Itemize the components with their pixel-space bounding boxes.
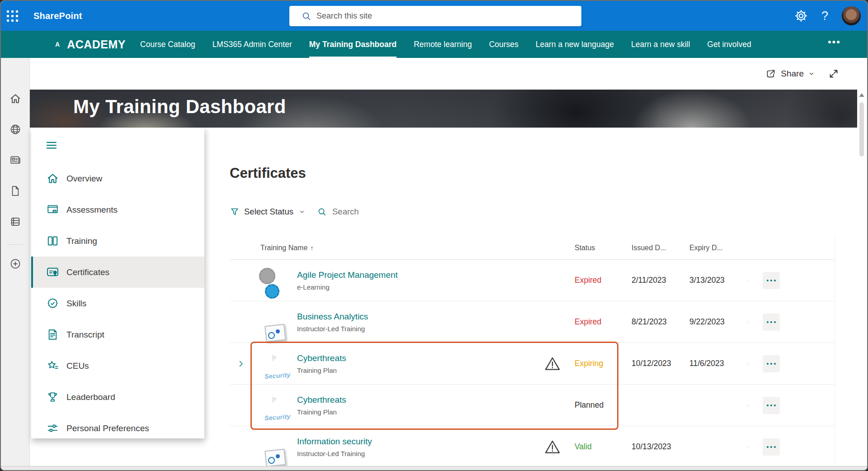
leaderboard-icon — [46, 390, 59, 404]
app-rail — [1, 58, 30, 470]
expand-row-chevron-icon[interactable] — [236, 359, 245, 368]
suite-bar-actions: ? — [794, 1, 861, 31]
sidebar-item-ceus[interactable]: CEUs — [31, 350, 204, 381]
nav-item-learn-a-new-skill[interactable]: Learn a new skill — [631, 31, 690, 58]
site-title[interactable]: ACADEMY — [67, 38, 126, 51]
sidebar-item-label: Training — [66, 236, 97, 246]
sidebar-item-label: Certificates — [66, 267, 109, 277]
settings-gear-icon[interactable] — [794, 9, 808, 23]
sidebar-item-label: Personal Preferences — [66, 423, 149, 433]
row-more-actions-button[interactable] — [763, 272, 780, 289]
training-name-link[interactable]: Business Analytics — [297, 312, 539, 322]
sidebar-item-leaderboard[interactable]: Leaderboard — [31, 381, 204, 413]
sort-ascending-icon: ↑ — [310, 244, 314, 252]
app-launcher-button[interactable] — [1, 1, 24, 31]
filter-funnel-icon — [230, 207, 240, 217]
sidebar-item-skills[interactable]: Skills — [31, 288, 204, 319]
training-name-link[interactable]: Cyberthreats — [297, 395, 539, 405]
nav-item-learn-a-new-language[interactable]: Learn a new language — [536, 31, 614, 58]
nav-overflow-button[interactable]: ••• — [828, 42, 841, 47]
status-label: Valid — [561, 442, 632, 452]
nav-item-my-training-dashboard[interactable]: My Training Dashboard — [309, 31, 397, 58]
issued-date: 2/11/2023 — [632, 276, 689, 285]
training-name-link[interactable]: Agile Project Management — [297, 270, 539, 280]
sidebar-item-assessments[interactable]: Assessments — [31, 194, 204, 225]
table-search-placeholder: Search — [332, 207, 359, 217]
row-more-actions-button[interactable] — [763, 355, 780, 372]
nav-item-course-catalog[interactable]: Course Catalog — [140, 31, 195, 58]
table-row[interactable]: Security Cyberthreats Training Plan Expi… — [230, 343, 835, 385]
table-search[interactable]: Search — [317, 207, 359, 217]
rail-database-icon[interactable] — [9, 215, 22, 228]
sidebar-item-certificates[interactable]: Certificates — [31, 257, 204, 288]
filter-chevron-icon[interactable] — [299, 209, 305, 215]
site-search[interactable] — [289, 6, 581, 26]
sidebar-item-overview[interactable]: Overview — [31, 163, 204, 194]
column-status[interactable]: Status — [561, 244, 632, 252]
status-filter-dropdown[interactable]: Select Status — [244, 207, 293, 217]
fullscreen-icon[interactable] — [828, 68, 839, 79]
site-navigation: A ACADEMY Course CatalogLMS365 Admin Cen… — [1, 31, 867, 58]
column-expiry-date[interactable]: Expiry D... — [689, 244, 748, 252]
rail-news-icon[interactable] — [9, 154, 22, 167]
search-input[interactable] — [316, 11, 552, 21]
training-name-link[interactable]: Cyberthreats — [297, 353, 539, 363]
menu-toggle-icon[interactable] — [45, 138, 58, 152]
table-header-row: Training Name ↑ Status Issued D... Expir… — [230, 236, 835, 260]
page-scrollbar[interactable] — [857, 90, 867, 466]
rail-document-icon[interactable] — [9, 185, 22, 197]
transcript-icon — [46, 328, 59, 341]
status-label: Planned — [561, 400, 632, 410]
hero-banner: My Training Dashboard — [30, 90, 857, 128]
help-icon[interactable]: ? — [821, 10, 828, 22]
column-issued-date[interactable]: Issued D... — [632, 244, 689, 252]
rail-divider — [8, 244, 23, 245]
status-label: Expiring — [561, 359, 632, 368]
nav-items: Course CatalogLMS365 Admin CenterMy Trai… — [140, 31, 751, 58]
menu-list: OverviewAssessmentsTrainingCertificatesS… — [31, 163, 204, 444]
suite-bar: SharePoint ? — [1, 1, 867, 31]
rail-home-icon[interactable] — [9, 92, 22, 105]
status-label: Expired — [561, 276, 632, 285]
issued-date: 8/21/2023 — [632, 317, 689, 327]
share-button[interactable]: Share — [765, 68, 815, 79]
rail-add-icon[interactable] — [9, 257, 22, 270]
table-search-icon — [317, 207, 327, 217]
training-name-link[interactable]: Information security — [297, 437, 539, 447]
expiry-date: 3/13/2023 — [689, 276, 748, 285]
user-avatar[interactable] — [842, 6, 861, 25]
nav-item-courses[interactable]: Courses — [489, 31, 519, 58]
scrollbar-thumb[interactable] — [859, 102, 864, 157]
sidebar-item-label: CEUs — [66, 361, 89, 371]
training-type-label: Instructor-Led Training — [297, 450, 539, 457]
ceus-icon — [46, 359, 59, 372]
table-row[interactable]: Security Cyberthreats Training Plan Plan… — [230, 385, 835, 426]
column-training-name[interactable]: Training Name ↑ — [260, 244, 561, 252]
table-row[interactable]: Information security Instructor-Led Trai… — [230, 426, 835, 468]
sidebar-item-label: Overview — [66, 174, 102, 184]
row-more-actions-button[interactable] — [763, 438, 780, 456]
search-icon — [301, 11, 311, 21]
nav-item-remote-learning[interactable]: Remote learning — [414, 31, 472, 58]
table-row[interactable]: Business Analytics Instructor-Led Traini… — [230, 301, 835, 343]
table-row[interactable]: Agile Project Management e-Learning Expi… — [230, 260, 835, 301]
sidebar-item-transcript[interactable]: Transcript — [31, 319, 204, 350]
rail-globe-icon[interactable] — [9, 123, 22, 136]
nav-item-get-involved[interactable]: Get involved — [707, 31, 751, 58]
horizontal-scrollbar[interactable] — [1, 466, 867, 470]
page-toolbar: Share — [30, 58, 867, 90]
nav-item-lms365-admin-center[interactable]: LMS365 Admin Center — [212, 31, 292, 58]
row-more-actions-button[interactable] — [763, 397, 780, 414]
sidebar-item-label: Leaderboard — [66, 392, 115, 402]
table-body: Agile Project Management e-Learning Expi… — [230, 260, 835, 468]
sidebar-item-training[interactable]: Training — [31, 225, 204, 257]
scroll-up-arrow-icon[interactable] — [859, 93, 864, 97]
row-more-actions-button[interactable] — [763, 314, 780, 331]
section-heading: Certificates — [230, 165, 306, 181]
page-title: My Training Dashboard — [73, 96, 286, 118]
training-type-label: Instructor-Led Training — [297, 325, 539, 333]
warning-icon — [543, 355, 561, 373]
sidebar-item-personal-preferences[interactable]: Personal Preferences — [31, 413, 204, 444]
certificates-table: Training Name ↑ Status Issued D... Expir… — [230, 236, 835, 468]
skills-icon — [46, 297, 59, 310]
